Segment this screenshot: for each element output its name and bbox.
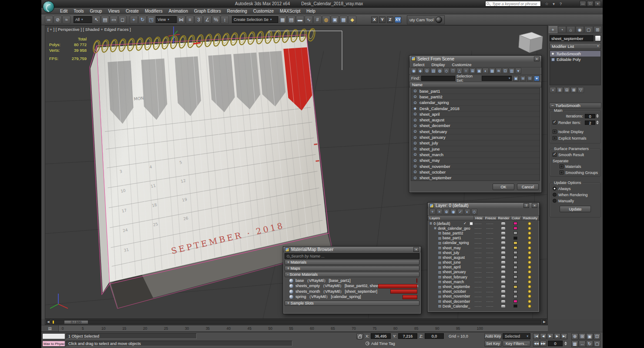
hide-toggle[interactable]: ----- [473, 227, 483, 230]
radiosity-toggle[interactable] [521, 285, 538, 288]
unlink-selection-icon[interactable]: ⊘ [54, 16, 62, 24]
layer-color-swatch[interactable] [513, 304, 517, 308]
maximize-button[interactable]: □ [587, 1, 594, 7]
layer-name[interactable]: sheet_august [443, 255, 465, 260]
display-filter-icon[interactable]: ▥ [509, 68, 515, 74]
radiosity-toggle[interactable] [521, 280, 538, 284]
hide-toggle[interactable]: ----- [473, 256, 483, 259]
radiosity-toggle[interactable] [521, 304, 538, 308]
add-time-tag-row[interactable]: Add Time Tag [366, 341, 395, 346]
bind-to-space-warp-icon[interactable]: ≈ [62, 16, 70, 24]
render-toggle[interactable] [496, 222, 510, 225]
close-icon[interactable]: × [534, 57, 540, 61]
layer-row[interactable]: ≣ 0 (default) ✓ ----- ----- [429, 221, 538, 226]
hide-toggle[interactable]: ----- [473, 261, 483, 264]
display-filter-icon[interactable]: ▦ [489, 68, 495, 74]
hide-toggle[interactable]: ----- [473, 285, 483, 288]
select-and-link-icon[interactable]: ∞ [45, 16, 53, 24]
hide-toggle[interactable]: ----- [473, 237, 483, 240]
keyword-search-input[interactable] [485, 1, 541, 7]
render-toggle[interactable] [496, 237, 510, 239]
layer-color-swatch[interactable] [513, 222, 517, 225]
layer-node-icon[interactable]: ▤ [438, 285, 441, 289]
select-children-icon[interactable]: ▾ [534, 76, 540, 81]
time-slider-button[interactable]: 0 / 100 [64, 320, 88, 324]
radiosity-toggle[interactable] [521, 294, 538, 298]
hide-toggle[interactable]: ----- [473, 222, 483, 225]
layer-node-icon[interactable]: ▤ [438, 280, 441, 284]
layer-name[interactable]: desk_calendar_geo [438, 226, 470, 231]
color-cell[interactable] [510, 290, 521, 293]
tab-display-icon[interactable]: ▢ [584, 26, 593, 33]
scene-material-row[interactable]: spring （VRayMtl） [calendar_spring] [286, 294, 418, 300]
render-setup-icon[interactable]: ▣ [331, 16, 339, 24]
color-cell[interactable] [510, 246, 521, 249]
select-object-icon[interactable]: ↖ [92, 16, 101, 24]
freeze-toggle[interactable]: ----- [483, 300, 496, 303]
scene-object-row[interactable]: ⊙ sheet_september [411, 175, 540, 181]
graphite-ribbon-icon[interactable]: ▬ [296, 16, 304, 24]
radiosity-toggle[interactable] [521, 236, 538, 240]
color-cell[interactable] [510, 271, 521, 274]
display-filter-icon[interactable]: ◇ [443, 68, 449, 74]
axis-z-button[interactable]: Z [387, 17, 393, 23]
dialog-menu-item[interactable]: Display [428, 62, 448, 67]
display-filter-icon[interactable]: ▾ [515, 68, 521, 74]
freeze-layer-icon[interactable]: ◇ [471, 209, 477, 215]
render-toggle[interactable] [496, 281, 510, 283]
layer-row[interactable]: ▤ sheet_july ----- ----- [429, 250, 538, 255]
layer-manager-icon[interactable]: ▤ [287, 16, 295, 24]
display-filter-icon[interactable]: ≋ [496, 68, 502, 74]
menu-item[interactable]: Edit [57, 9, 70, 13]
menu-item[interactable]: Tools [70, 9, 87, 13]
scene-object-row[interactable]: ⊙ sheet_july [411, 141, 540, 146]
layer-color-swatch[interactable] [513, 295, 517, 298]
layer-name[interactable]: calendar_spring [443, 241, 469, 245]
freeze-toggle[interactable]: ----- [483, 241, 496, 244]
hide-toggle[interactable]: ----- [473, 231, 483, 234]
color-cell[interactable] [510, 261, 521, 264]
display-filter-icon[interactable]: ▤ [430, 68, 436, 74]
display-filter-icon[interactable]: ◍ [437, 68, 443, 74]
tab-utilities-icon[interactable]: ⊞ [594, 26, 602, 33]
tab-motion-icon[interactable]: ◉ [576, 26, 584, 33]
color-cell[interactable] [510, 295, 521, 298]
infocenter-help-icon[interactable]: ? [558, 1, 564, 7]
layer-name[interactable]: 0 (default) [433, 221, 450, 226]
object-name-field[interactable]: sheet_september [550, 35, 594, 41]
freeze-toggle[interactable]: ----- [483, 237, 496, 240]
scene-object-row[interactable]: ◈ Desk_Calendar_2018 [411, 106, 540, 111]
layer-manager-dialog[interactable]: Layer: 0 (default) ? × +×⊕◉✓◐◇ Layers Hi… [427, 202, 540, 312]
minimize-button[interactable]: — [580, 1, 586, 7]
freeze-toggle[interactable]: ----- [483, 280, 496, 283]
z-coordinate-field[interactable]: 0,0 [425, 333, 444, 339]
menu-item[interactable]: Rendering [224, 9, 250, 13]
scene-object-row[interactable]: ⊙ sheet_june [411, 146, 540, 152]
layer-color-swatch[interactable] [513, 246, 517, 249]
display-filter-icon[interactable]: ○ [463, 68, 469, 74]
maxscript-listener-pink[interactable]: Max to Phyac [42, 341, 65, 347]
menu-item[interactable]: Modifiers [142, 9, 166, 13]
new-layer-icon[interactable]: + [429, 209, 436, 215]
zoom-extents-all-icon[interactable]: ⊡ [594, 333, 600, 340]
color-cell[interactable] [510, 275, 521, 278]
scene-object-row[interactable]: ⊙ sheet_february [411, 129, 540, 134]
color-cell[interactable] [510, 227, 521, 230]
freeze-toggle[interactable]: ----- [483, 261, 496, 264]
tab-create-icon[interactable]: + [549, 26, 557, 33]
layer-row[interactable]: ▤ sheet_march ----- ----- [429, 279, 538, 284]
smooth-result-checkbox[interactable] [553, 153, 557, 157]
display-filter-icon[interactable]: ◉ [411, 68, 417, 74]
mirror-icon[interactable]: ⋈ [177, 16, 185, 24]
color-cell[interactable] [510, 266, 521, 269]
show-end-result-icon[interactable]: ≣ [557, 87, 563, 93]
layer-row[interactable]: ▤ sheet_septembe ----- ----- [429, 284, 538, 289]
render-toggle[interactable] [496, 285, 510, 288]
hide-toggle[interactable]: ----- [473, 251, 483, 254]
render-toggle[interactable] [496, 256, 510, 259]
layer-name[interactable]: sheet_july [443, 251, 459, 255]
viewcube[interactable] [519, 32, 543, 53]
render-toggle[interactable] [496, 290, 510, 293]
layer-row[interactable]: ▤ base_part02 ----- ----- [429, 231, 538, 235]
layer-name[interactable]: base_part02 [443, 231, 463, 235]
